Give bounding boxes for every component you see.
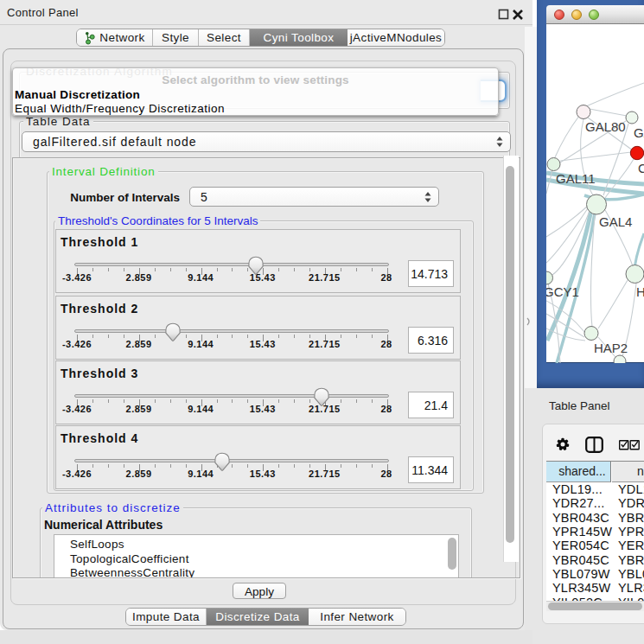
svg-text:GA: GA — [634, 125, 644, 140]
svg-text:GAL80: GAL80 — [585, 119, 626, 134]
svg-text:GAL4: GAL4 — [599, 214, 632, 229]
svg-text:HAP2: HAP2 — [594, 341, 628, 355]
svg-text:HI: HI — [636, 284, 644, 299]
svg-text:C: C — [638, 161, 644, 175]
svg-text:GCY1: GCY1 — [546, 284, 579, 299]
svg-text:GAL11: GAL11 — [556, 171, 596, 186]
